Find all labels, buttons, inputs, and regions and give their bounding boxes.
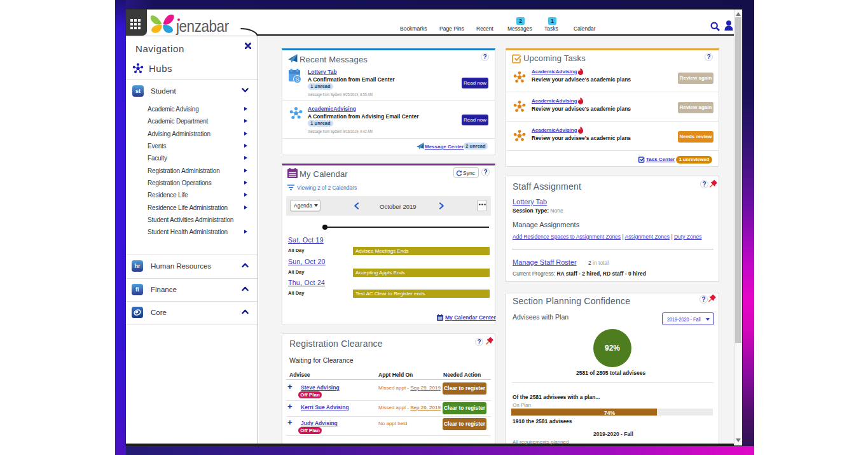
- svg-text:S: S: [295, 76, 299, 83]
